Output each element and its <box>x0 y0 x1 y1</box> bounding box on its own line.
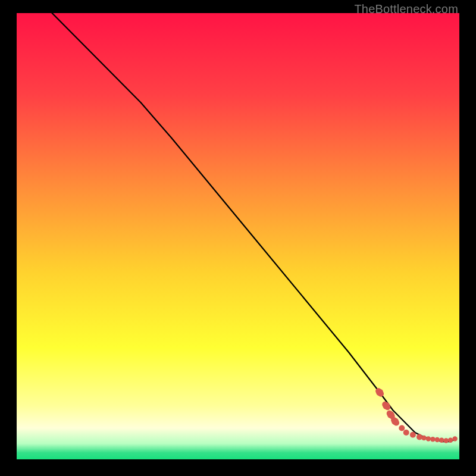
tail-dot <box>426 436 431 441</box>
tail-dot <box>448 438 453 443</box>
tail-dot <box>444 438 449 443</box>
tail-dot <box>421 436 426 440</box>
tail-dot <box>403 430 409 436</box>
tail-dot <box>410 432 416 438</box>
curve-path <box>52 13 455 441</box>
tail-dot <box>452 436 457 441</box>
tail-dot <box>416 434 422 440</box>
tail-dash <box>381 400 392 412</box>
tail-dot <box>435 437 440 442</box>
tail-dot <box>439 438 444 443</box>
tail-dots <box>374 387 458 443</box>
chart-frame: TheBottleneck.com <box>0 0 476 476</box>
bottleneck-curve <box>17 13 459 459</box>
watermark-text: TheBottleneck.com <box>354 2 458 16</box>
tail-dot <box>430 437 435 441</box>
plot-area <box>17 13 459 459</box>
tail-dot <box>399 425 405 431</box>
